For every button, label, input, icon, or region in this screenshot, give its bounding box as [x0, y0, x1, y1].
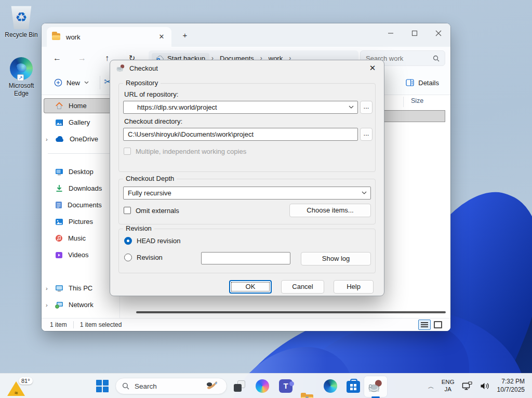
tab-close-icon[interactable]: ✕: [157, 32, 166, 42]
browse-url-button[interactable]: ...: [360, 101, 373, 114]
folder-icon: [52, 33, 61, 41]
revision-radio[interactable]: [124, 254, 132, 261]
copilot-button[interactable]: [256, 379, 269, 393]
help-button[interactable]: Help: [334, 280, 374, 294]
browse-directory-button[interactable]: ...: [360, 128, 373, 141]
explorer-sidebar: Home Gallery › OneDrive: [42, 95, 119, 318]
start-button[interactable]: [96, 379, 109, 393]
minimize-button[interactable]: [379, 23, 403, 43]
onedrive-icon: [55, 136, 64, 142]
edge-icon: ↗: [10, 57, 33, 80]
group-label: Checkout Depth: [123, 175, 177, 182]
gallery-icon: [55, 119, 63, 126]
checkout-depth-group: Checkout Depth Fully recursive Omit exte…: [118, 179, 376, 224]
head-revision-label: HEAD revision: [137, 237, 181, 245]
repository-url-combobox[interactable]: [123, 101, 358, 114]
weather-widget[interactable]: ≈ 81°: [7, 377, 34, 396]
details-pane-icon: [406, 79, 414, 86]
desktop-icon-recycle-bin[interactable]: ♻ Recycle Bin: [1, 5, 42, 39]
edge-button[interactable]: [324, 379, 337, 393]
task-view-button[interactable]: [233, 379, 246, 393]
head-revision-radio[interactable]: [124, 237, 132, 245]
details-pane-button[interactable]: Details: [402, 75, 443, 90]
network-icon[interactable]: [462, 381, 472, 391]
tab-label: work: [66, 33, 80, 41]
show-log-button[interactable]: Show log: [301, 252, 371, 266]
new-tab-button[interactable]: +: [179, 30, 191, 42]
toolbar-separator: [100, 76, 100, 89]
dialog-close-icon[interactable]: ✕: [367, 63, 378, 73]
close-button[interactable]: [427, 23, 450, 43]
search-highlight-hockey-icon: [205, 381, 220, 391]
tortoisesvn-icon: [368, 379, 383, 394]
search-icon: [433, 55, 440, 62]
status-separator: [73, 321, 74, 328]
sidebar-item-downloads[interactable]: Downloads: [44, 181, 117, 196]
weather-temperature: 81°: [19, 377, 33, 384]
depth-select[interactable]: Fully recursive: [123, 187, 371, 200]
forward-button[interactable]: →: [76, 52, 88, 64]
sidebar-item-pictures[interactable]: Pictures: [44, 214, 117, 229]
sidebar-item-documents[interactable]: Documents: [44, 197, 117, 213]
tortoisesvn-taskbar-button[interactable]: [364, 376, 387, 397]
recycle-bin-icon: ♻: [10, 5, 33, 29]
repository-group: Repository URL of repository: ... Checko…: [118, 83, 376, 172]
new-button[interactable]: New: [49, 75, 94, 90]
sidebar-item-music[interactable]: Music: [44, 231, 117, 246]
combo-chevron-icon[interactable]: [362, 191, 367, 195]
chevron-down-icon: [84, 81, 89, 84]
music-icon: [55, 234, 63, 242]
ok-button[interactable]: OK: [229, 280, 272, 294]
group-label: Revision: [123, 224, 154, 232]
revision-label: Revision: [137, 254, 163, 261]
expand-chevron-icon[interactable]: ›: [46, 302, 52, 308]
expand-chevron-icon[interactable]: ›: [46, 136, 52, 142]
pictures-icon: [55, 218, 63, 225]
explorer-status-bar: 1 item 1 item selected: [42, 318, 450, 331]
column-separator: [403, 97, 404, 107]
group-label: Repository: [123, 79, 161, 87]
cancel-button[interactable]: Cancel: [281, 280, 324, 294]
sidebar-item-onedrive[interactable]: › OneDrive: [44, 131, 117, 147]
dialog-title-bar[interactable]: Checkout ✕: [110, 60, 384, 76]
volume-icon[interactable]: [480, 381, 490, 391]
large-icons-view-icon[interactable]: [434, 321, 442, 328]
clock[interactable]: 7:32 PM 10/7/2025: [497, 378, 525, 394]
omit-externals-label: Omit externals: [136, 207, 179, 215]
horizontal-scrollbar[interactable]: [136, 311, 446, 313]
tortoisesvn-icon: [116, 64, 125, 73]
search-icon: [122, 382, 129, 390]
sidebar-item-home[interactable]: Home: [44, 98, 117, 113]
checkout-dialog: Checkout ✕ Repository URL of repository:…: [110, 60, 384, 296]
explorer-tab-work[interactable]: work ✕: [47, 27, 171, 47]
taskbar-search[interactable]: Search: [115, 378, 227, 394]
choose-items-button[interactable]: Choose items...: [289, 204, 371, 217]
sidebar-item-videos[interactable]: Videos: [44, 247, 117, 262]
url-label: URL of repository:: [124, 90, 178, 98]
details-view-icon[interactable]: [418, 320, 431, 330]
microsoft-store-button[interactable]: [347, 379, 360, 393]
omit-externals-checkbox[interactable]: [124, 207, 131, 214]
checkout-directory-input[interactable]: [123, 128, 358, 141]
search-label: Search: [135, 382, 157, 390]
revision-number-input[interactable]: [201, 252, 290, 264]
desktop-icon: [55, 168, 63, 176]
sidebar-item-this-pc[interactable]: › This PC: [44, 281, 117, 296]
desktop-icon-label: Recycle Bin: [1, 31, 42, 39]
back-button[interactable]: ←: [51, 52, 63, 64]
expand-chevron-icon[interactable]: ›: [46, 285, 52, 291]
combo-chevron-icon[interactable]: [349, 105, 354, 109]
directory-label: Checkout directory:: [124, 117, 182, 125]
language-indicator[interactable]: ENG JA: [442, 379, 455, 393]
sidebar-item-network[interactable]: › Network: [44, 297, 117, 312]
sidebar-item-desktop[interactable]: Desktop: [44, 164, 117, 179]
tray-expand-chevron[interactable]: ︿: [428, 382, 434, 391]
column-header-size[interactable]: Size: [411, 97, 423, 104]
taskbar: ≈ 81° Search T: [0, 373, 532, 398]
desktop-icon-microsoft-edge[interactable]: ↗ Microsoft Edge: [1, 57, 42, 98]
sidebar-item-gallery[interactable]: Gallery: [44, 115, 117, 130]
maximize-button[interactable]: [403, 23, 427, 43]
teams-button[interactable]: T: [279, 379, 292, 393]
multiple-working-copies-checkbox: [124, 148, 131, 155]
downloads-icon: [55, 184, 63, 192]
